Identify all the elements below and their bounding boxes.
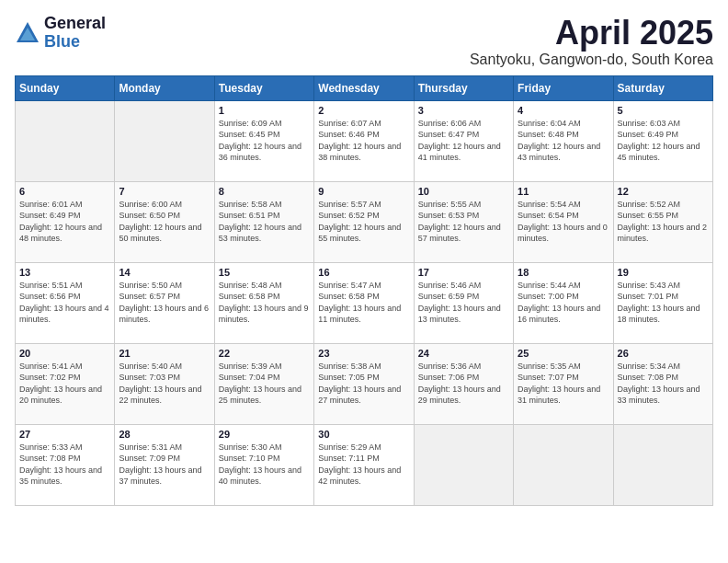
day-number: 30 — [318, 429, 409, 440]
calendar-cell: 2Sunrise: 6:07 AM Sunset: 6:46 PM Daylig… — [314, 100, 414, 181]
day-number: 13 — [19, 267, 110, 278]
calendar-cell: 26Sunrise: 5:34 AM Sunset: 7:08 PM Dayli… — [613, 343, 712, 424]
title-area: April 2025 Santyoku, Gangwon-do, South K… — [470, 15, 713, 68]
calendar-cell: 14Sunrise: 5:50 AM Sunset: 6:57 PM Dayli… — [115, 262, 214, 343]
calendar-cell — [514, 424, 613, 505]
day-number: 4 — [518, 105, 609, 116]
day-number: 6 — [19, 186, 110, 197]
day-header-friday: Friday — [514, 75, 613, 100]
day-info: Sunrise: 5:57 AM Sunset: 6:52 PM Dayligh… — [318, 199, 409, 245]
month-title: April 2025 — [470, 15, 713, 52]
day-header-monday: Monday — [115, 75, 214, 100]
day-info: Sunrise: 6:07 AM Sunset: 6:46 PM Dayligh… — [318, 118, 409, 164]
day-info: Sunrise: 6:03 AM Sunset: 6:49 PM Dayligh… — [618, 118, 709, 164]
calendar-week-1: 1Sunrise: 6:09 AM Sunset: 6:45 PM Daylig… — [16, 100, 713, 181]
day-number: 18 — [518, 267, 609, 278]
day-number: 21 — [119, 348, 210, 359]
day-info: Sunrise: 5:31 AM Sunset: 7:09 PM Dayligh… — [119, 442, 210, 488]
day-info: Sunrise: 5:51 AM Sunset: 6:56 PM Dayligh… — [19, 280, 110, 326]
day-info: Sunrise: 5:48 AM Sunset: 6:58 PM Dayligh… — [219, 280, 310, 326]
day-header-saturday: Saturday — [613, 75, 712, 100]
day-info: Sunrise: 5:55 AM Sunset: 6:53 PM Dayligh… — [418, 199, 509, 245]
calendar-header: SundayMondayTuesdayWednesdayThursdayFrid… — [16, 75, 713, 100]
day-info: Sunrise: 5:54 AM Sunset: 6:54 PM Dayligh… — [518, 199, 609, 245]
day-info: Sunrise: 5:43 AM Sunset: 7:01 PM Dayligh… — [618, 280, 709, 326]
day-number: 15 — [219, 267, 310, 278]
calendar-cell: 17Sunrise: 5:46 AM Sunset: 6:59 PM Dayli… — [414, 262, 513, 343]
day-number: 16 — [318, 267, 409, 278]
calendar-cell: 6Sunrise: 6:01 AM Sunset: 6:49 PM Daylig… — [16, 181, 115, 262]
calendar-cell: 27Sunrise: 5:33 AM Sunset: 7:08 PM Dayli… — [16, 424, 115, 505]
day-number: 20 — [19, 348, 110, 359]
calendar-cell: 10Sunrise: 5:55 AM Sunset: 6:53 PM Dayli… — [414, 181, 513, 262]
day-number: 12 — [618, 186, 709, 197]
day-info: Sunrise: 5:47 AM Sunset: 6:58 PM Dayligh… — [318, 280, 409, 326]
day-number: 27 — [19, 429, 110, 440]
day-number: 2 — [318, 105, 409, 116]
calendar-cell: 16Sunrise: 5:47 AM Sunset: 6:58 PM Dayli… — [314, 262, 414, 343]
days-of-week-row: SundayMondayTuesdayWednesdayThursdayFrid… — [16, 75, 713, 100]
day-info: Sunrise: 5:44 AM Sunset: 7:00 PM Dayligh… — [518, 280, 609, 326]
day-number: 19 — [618, 267, 709, 278]
day-number: 22 — [219, 348, 310, 359]
day-info: Sunrise: 6:09 AM Sunset: 6:45 PM Dayligh… — [219, 118, 310, 164]
day-info: Sunrise: 6:00 AM Sunset: 6:50 PM Dayligh… — [119, 199, 210, 245]
calendar-cell: 24Sunrise: 5:36 AM Sunset: 7:06 PM Dayli… — [414, 343, 513, 424]
day-info: Sunrise: 5:29 AM Sunset: 7:11 PM Dayligh… — [318, 442, 409, 488]
day-info: Sunrise: 5:30 AM Sunset: 7:10 PM Dayligh… — [219, 442, 310, 488]
day-number: 11 — [518, 186, 609, 197]
calendar-week-2: 6Sunrise: 6:01 AM Sunset: 6:49 PM Daylig… — [16, 181, 713, 262]
calendar-cell: 3Sunrise: 6:06 AM Sunset: 6:47 PM Daylig… — [414, 100, 513, 181]
day-number: 9 — [318, 186, 409, 197]
logo: General Blue — [15, 15, 106, 52]
calendar-cell: 18Sunrise: 5:44 AM Sunset: 7:00 PM Dayli… — [514, 262, 613, 343]
calendar-cell: 20Sunrise: 5:41 AM Sunset: 7:02 PM Dayli… — [16, 343, 115, 424]
day-info: Sunrise: 5:40 AM Sunset: 7:03 PM Dayligh… — [119, 361, 210, 407]
day-info: Sunrise: 5:58 AM Sunset: 6:51 PM Dayligh… — [219, 199, 310, 245]
day-number: 3 — [418, 105, 509, 116]
day-info: Sunrise: 5:50 AM Sunset: 6:57 PM Dayligh… — [119, 280, 210, 326]
calendar-cell: 28Sunrise: 5:31 AM Sunset: 7:09 PM Dayli… — [115, 424, 214, 505]
day-number: 10 — [418, 186, 509, 197]
calendar-cell: 23Sunrise: 5:38 AM Sunset: 7:05 PM Dayli… — [314, 343, 414, 424]
calendar-cell: 8Sunrise: 5:58 AM Sunset: 6:51 PM Daylig… — [214, 181, 313, 262]
day-info: Sunrise: 5:46 AM Sunset: 6:59 PM Dayligh… — [418, 280, 509, 326]
day-number: 24 — [418, 348, 509, 359]
calendar-cell: 25Sunrise: 5:35 AM Sunset: 7:07 PM Dayli… — [514, 343, 613, 424]
calendar-cell: 30Sunrise: 5:29 AM Sunset: 7:11 PM Dayli… — [314, 424, 414, 505]
day-info: Sunrise: 5:38 AM Sunset: 7:05 PM Dayligh… — [318, 361, 409, 407]
day-info: Sunrise: 5:39 AM Sunset: 7:04 PM Dayligh… — [219, 361, 310, 407]
calendar-cell — [16, 100, 115, 181]
calendar-cell: 19Sunrise: 5:43 AM Sunset: 7:01 PM Dayli… — [613, 262, 712, 343]
day-info: Sunrise: 5:52 AM Sunset: 6:55 PM Dayligh… — [618, 199, 709, 245]
day-number: 5 — [618, 105, 709, 116]
calendar-cell: 9Sunrise: 5:57 AM Sunset: 6:52 PM Daylig… — [314, 181, 414, 262]
logo-icon — [15, 20, 40, 46]
day-info: Sunrise: 6:04 AM Sunset: 6:48 PM Dayligh… — [518, 118, 609, 164]
day-info: Sunrise: 5:36 AM Sunset: 7:06 PM Dayligh… — [418, 361, 509, 407]
calendar-body: 1Sunrise: 6:09 AM Sunset: 6:45 PM Daylig… — [16, 100, 713, 505]
logo-text: General Blue — [44, 15, 106, 52]
day-info: Sunrise: 5:33 AM Sunset: 7:08 PM Dayligh… — [19, 442, 110, 488]
calendar-cell: 7Sunrise: 6:00 AM Sunset: 6:50 PM Daylig… — [115, 181, 214, 262]
day-number: 17 — [418, 267, 509, 278]
calendar-table: SundayMondayTuesdayWednesdayThursdayFrid… — [15, 75, 713, 506]
calendar-week-3: 13Sunrise: 5:51 AM Sunset: 6:56 PM Dayli… — [16, 262, 713, 343]
calendar-cell: 21Sunrise: 5:40 AM Sunset: 7:03 PM Dayli… — [115, 343, 214, 424]
day-info: Sunrise: 6:06 AM Sunset: 6:47 PM Dayligh… — [418, 118, 509, 164]
calendar-cell: 29Sunrise: 5:30 AM Sunset: 7:10 PM Dayli… — [214, 424, 313, 505]
day-number: 23 — [318, 348, 409, 359]
day-header-wednesday: Wednesday — [314, 75, 414, 100]
header: General Blue April 2025 Santyoku, Gangwo… — [15, 15, 713, 68]
day-number: 25 — [518, 348, 609, 359]
day-info: Sunrise: 6:01 AM Sunset: 6:49 PM Dayligh… — [19, 199, 110, 245]
calendar-cell: 22Sunrise: 5:39 AM Sunset: 7:04 PM Dayli… — [214, 343, 313, 424]
calendar-cell — [115, 100, 214, 181]
day-number: 1 — [219, 105, 310, 116]
logo-blue: Blue — [44, 33, 106, 52]
location: Santyoku, Gangwon-do, South Korea — [470, 52, 713, 68]
calendar-cell: 11Sunrise: 5:54 AM Sunset: 6:54 PM Dayli… — [514, 181, 613, 262]
day-number: 7 — [119, 186, 210, 197]
day-header-tuesday: Tuesday — [214, 75, 313, 100]
day-header-sunday: Sunday — [16, 75, 115, 100]
